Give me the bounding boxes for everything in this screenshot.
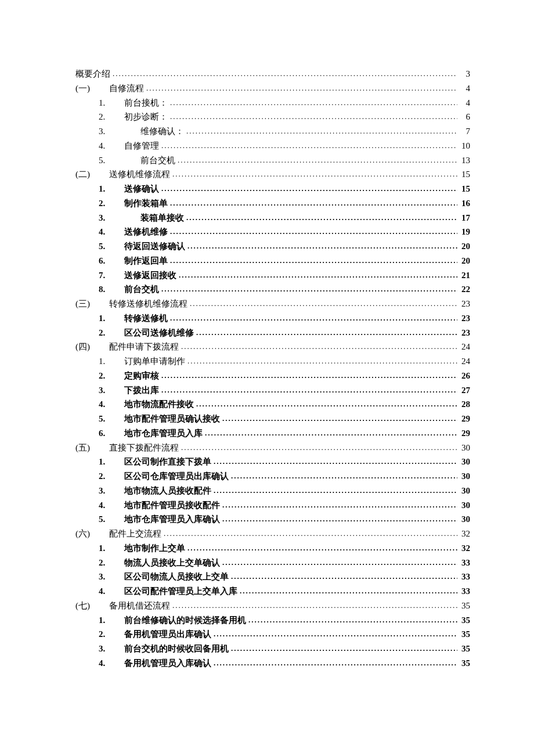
- toc-entry: 4.送修机维修19: [99, 225, 470, 239]
- toc-entry-number: 5.: [99, 412, 114, 426]
- toc-entry-page: 7: [459, 124, 470, 139]
- toc-entry: 2.备用机管理员出库确认35: [99, 627, 470, 642]
- toc-entry-number: 6.: [99, 254, 114, 268]
- toc-entry: 2.物流人员接收上交单确认33: [99, 556, 470, 570]
- toc-entry-title: 转修送修机维修流程: [109, 297, 187, 311]
- toc-entry: (一)自修流程4: [75, 81, 470, 96]
- toc-entry: 2.区公司送修机维修23: [99, 326, 470, 340]
- toc-entry: (五)直接下拨配件流程30: [75, 441, 470, 455]
- toc-entry: 2.初步诊断：6: [99, 110, 470, 124]
- toc-entry-title: 配件上交流程: [109, 527, 161, 541]
- toc-entry-number: 5.: [99, 239, 114, 254]
- toc-entry: 1.前台接机：4: [99, 96, 470, 110]
- toc-entry: 5.待返回送修确认20: [99, 239, 470, 254]
- toc-entry-title: 地市物流配件接收: [124, 397, 194, 412]
- toc-entry-number: 2.: [99, 369, 114, 383]
- toc-entry-page: 35: [459, 599, 470, 613]
- toc-entry-number: (六): [75, 527, 99, 541]
- toc-entry-title: 地市仓库管理员入库确认: [124, 512, 220, 527]
- toc-entry-number: 2.: [99, 196, 114, 211]
- toc-entry-number: 7.: [99, 268, 114, 283]
- toc-entry-page: 30: [459, 441, 470, 455]
- toc-leader-dots: [222, 556, 457, 568]
- toc-entry-title: 转修送修机: [124, 311, 168, 326]
- toc-leader-dots: [170, 96, 457, 109]
- toc-leader-dots: [161, 283, 457, 295]
- toc-entry-title: 前台交机: [124, 282, 159, 297]
- toc-entry-number: 3.: [99, 484, 114, 498]
- toc-entry-page: 35: [459, 656, 470, 671]
- toc-entry-title: 区公司配件管理员上交单入库: [124, 584, 237, 599]
- toc-entry: 7.送修返回接收21: [99, 268, 470, 283]
- toc-entry-title: 物流人员接收上交单确认: [124, 556, 220, 570]
- toc-entry-title: 区公司制作直接下拨单: [124, 455, 211, 469]
- toc-entry: 4.区公司配件管理员上交单入库33: [99, 584, 470, 599]
- toc-leader-dots: [170, 197, 457, 209]
- toc-entry-page: 22: [459, 282, 470, 297]
- toc-entry-number: (五): [75, 441, 99, 455]
- toc-entry-number: (一): [75, 81, 99, 96]
- toc-entry-page: 6: [459, 110, 470, 124]
- toc-entry-number: 1.: [99, 182, 114, 196]
- toc-entry-title: 概要介绍: [75, 67, 110, 81]
- toc-entry-number: 8.: [99, 282, 114, 297]
- toc-entry-title: 配件申请下拨流程: [109, 340, 179, 354]
- toc-entry-page: 28: [459, 397, 470, 412]
- toc-leader-dots: [170, 254, 457, 267]
- toc-leader-dots: [161, 139, 457, 152]
- toc-entry-title: 送修机维修流程: [109, 167, 170, 182]
- toc-entry-title: 订购单申请制作: [124, 354, 185, 369]
- toc-entry-number: 3.: [99, 124, 114, 139]
- toc-entry-title: 初步诊断：: [124, 110, 168, 124]
- toc-entry-title: 自修流程: [109, 81, 144, 96]
- toc-entry-title: 维修确认：: [140, 124, 184, 139]
- toc-entry-page: 4: [459, 96, 470, 110]
- toc-entry-page: 21: [459, 268, 470, 283]
- toc-entry-number: 1.: [99, 613, 114, 628]
- toc-entry-page: 30: [459, 498, 470, 513]
- toc-entry-title: 前台维修确认的时候选择备用机: [124, 613, 246, 628]
- toc-page: 概要介绍3(一)自修流程41.前台接机：42.初步诊断：63.维修确认：74.自…: [0, 0, 534, 756]
- toc-leader-dots: [161, 369, 457, 381]
- toc-entry: 3.下拨出库27: [99, 383, 470, 398]
- toc-leader-dots: [240, 585, 457, 597]
- toc-entry-page: 32: [459, 541, 470, 556]
- toc-entry: 4.自修管理10: [99, 139, 470, 153]
- toc-entry-title: 送修返回接收: [124, 268, 176, 283]
- toc-leader-dots: [187, 355, 457, 367]
- toc-leader-dots: [205, 427, 457, 439]
- toc-entry-page: 13: [459, 153, 470, 168]
- toc-entry: (二)送修机维修流程15: [75, 167, 470, 182]
- toc-leader-dots: [190, 297, 457, 309]
- toc-leader-dots: [222, 513, 457, 525]
- toc-entry-page: 23: [459, 297, 470, 311]
- toc-leader-dots: [170, 110, 457, 123]
- toc-entry-page: 35: [459, 642, 470, 656]
- toc-entry-title: 备用机管理员出库确认: [124, 627, 211, 642]
- toc-entry-number: 3.: [99, 383, 114, 398]
- toc-entry: 1.订购单申请制作24: [99, 354, 470, 369]
- toc-leader-dots: [186, 125, 457, 137]
- toc-entry-title: 区公司物流人员接收上交单: [124, 570, 229, 584]
- toc-entry: 4.地市物流配件接收28: [99, 397, 470, 412]
- toc-entry-page: 15: [459, 182, 470, 196]
- toc-entry-page: 27: [459, 383, 470, 398]
- toc-entry-title: 前台交机: [140, 153, 175, 168]
- toc-entry-title: 地市物流人员接收配件: [124, 484, 211, 498]
- toc-entry-number: (二): [75, 167, 99, 182]
- toc-entry: 3.区公司物流人员接收上交单33: [99, 570, 470, 584]
- toc-entry-number: 4.: [99, 584, 114, 599]
- toc-entry-number: 1.: [99, 311, 114, 326]
- toc-entry: 6.制作返回单20: [99, 254, 470, 268]
- toc-entry-number: 5.: [99, 153, 114, 168]
- toc-entry: 1.转修送修机23: [99, 311, 470, 326]
- toc-leader-dots: [113, 67, 457, 80]
- toc-entry: 3.装箱单接收17: [99, 211, 470, 225]
- toc-entry-title: 备用机借还流程: [109, 599, 170, 613]
- toc-entry: 4.地市配件管理员接收配件30: [99, 498, 470, 513]
- toc-entry-title: 地市配件管理员接收配件: [124, 498, 220, 513]
- toc-leader-dots: [248, 614, 457, 626]
- toc-entry-title: 前台交机的时候收回备用机: [124, 642, 229, 656]
- toc-entry: 1.区公司制作直接下拨单30: [99, 455, 470, 469]
- toc-entry-page: 3: [459, 67, 470, 81]
